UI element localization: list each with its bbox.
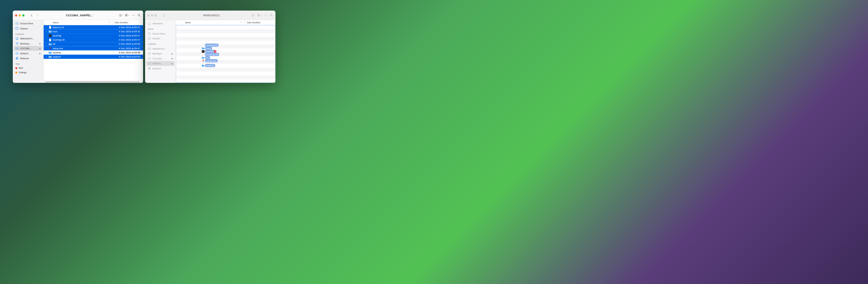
- file-row[interactable]: autorun.inf 4 Dec 2023 at 09:47: [43, 25, 143, 29]
- file-icon: [202, 64, 205, 67]
- sidebar-item-label: Shared: [20, 27, 41, 30]
- back-button[interactable]: [161, 13, 166, 18]
- column-date[interactable]: Date Modified: [245, 20, 275, 25]
- sidebar-item-backups[interactable]: Backups... ⏏: [146, 51, 175, 56]
- sidebar-item-windows11[interactable]: WINDO... ⏏: [14, 51, 42, 56]
- window-title: WINDOWS11: [174, 14, 249, 17]
- forward-button[interactable]: [35, 13, 40, 18]
- sidebar-item-label: WINDO...: [20, 52, 37, 55]
- sidebar-tag-red[interactable]: Red: [14, 66, 42, 70]
- sidebar-item-windows11[interactable]: WINDO... ⏏: [146, 61, 175, 66]
- sidebar-item-icloud-drive[interactable]: iCloud Drive: [146, 31, 175, 36]
- eject-icon[interactable]: ⏏: [39, 42, 41, 45]
- drop-target-area[interactable]: autorun.inf boot >_ bootmg7 bootmgr.efi …: [176, 25, 276, 83]
- count-badge: 7: [214, 50, 217, 53]
- main-content: Name⌃ Date Modified autorun.inf 4 Dec 20…: [43, 20, 143, 83]
- column-date[interactable]: Date Modified: [113, 20, 143, 25]
- nav-buttons: [29, 13, 40, 18]
- more-icon[interactable]: [132, 14, 135, 16]
- tag-dot-icon: [15, 67, 17, 69]
- sidebar-item-label: Backups...: [152, 52, 169, 55]
- clock-icon: [15, 42, 19, 45]
- tag-dot-icon: [15, 72, 17, 74]
- minimize-button[interactable]: [151, 14, 153, 16]
- cloud-icon: [148, 32, 151, 35]
- sidebar-item-cccoma[interactable]: CCCOM... ⏏: [146, 56, 175, 61]
- column-name[interactable]: Name⌃: [176, 20, 245, 25]
- group-icon[interactable]: [257, 14, 262, 17]
- drag-preview-label: support: [205, 64, 216, 67]
- file-row[interactable]: › sources 4 Dec 2023 at 09:50: [43, 51, 143, 55]
- eject-icon[interactable]: ⏏: [39, 52, 41, 54]
- file-icon: >_: [202, 50, 205, 53]
- locations-label: Locations: [145, 42, 176, 46]
- eject-icon[interactable]: ⏏: [171, 57, 173, 59]
- close-button[interactable]: [147, 14, 150, 16]
- disclosure-triangle-icon[interactable]: ›: [45, 56, 48, 58]
- fullscreen-button[interactable]: [22, 14, 25, 16]
- group-icon[interactable]: [125, 14, 130, 17]
- sidebar-item-home[interactable]: oleksandr: [146, 21, 175, 26]
- fullscreen-button[interactable]: [155, 14, 157, 16]
- drag-preview-item: efi: [202, 56, 219, 59]
- sidebar-item-label: Network: [152, 67, 173, 70]
- svg-rect-2: [125, 16, 126, 16]
- sidebar-item-icloud-drive[interactable]: iCloud Drive: [14, 21, 42, 26]
- minimize-button[interactable]: [19, 14, 21, 16]
- disclosure-triangle-icon[interactable]: ›: [45, 52, 48, 53]
- sidebar-item-mac[interactable]: Aleksandr's...: [146, 46, 175, 51]
- empty-list-background: [176, 25, 275, 83]
- sidebar-item-shared[interactable]: Shared: [14, 26, 42, 31]
- sidebar-item-mac[interactable]: Aleksandr's...: [14, 36, 42, 41]
- svg-text:>_: >_: [49, 35, 51, 36]
- disk-icon: [15, 52, 19, 55]
- disclosure-triangle-icon[interactable]: ›: [45, 30, 48, 32]
- disk-icon: [15, 47, 19, 50]
- globe-icon: [148, 67, 151, 70]
- icloud-label: iCloud: [145, 27, 176, 31]
- svg-rect-22: [148, 48, 150, 49]
- sidebar-item-network[interactable]: Network: [146, 66, 175, 71]
- horizontal-scrollbar[interactable]: [43, 81, 143, 83]
- file-row[interactable]: bootmgr.efi 4 Dec 2023 at 09:47: [43, 38, 143, 42]
- back-button[interactable]: [29, 13, 34, 18]
- forward-button[interactable]: [167, 13, 172, 18]
- file-row[interactable]: setup.exe 4 Dec 2023 at 09:47: [43, 46, 143, 50]
- search-icon[interactable]: [137, 14, 141, 17]
- file-row[interactable]: › support 4 Dec 2023 at 09:50: [43, 55, 143, 59]
- column-name[interactable]: Name⌃: [43, 20, 112, 25]
- disclosure-triangle-icon[interactable]: ›: [45, 43, 48, 45]
- column-headers: Name⌃ Date Modified: [43, 20, 143, 25]
- eject-icon[interactable]: ⏏: [171, 62, 173, 65]
- eject-icon[interactable]: ⏏: [171, 53, 173, 55]
- file-icon: [48, 55, 52, 58]
- search-icon[interactable]: [270, 14, 273, 17]
- file-name: bootmgr: [53, 34, 113, 37]
- sidebar-item-shared[interactable]: Shared: [146, 36, 175, 41]
- finder-window-source: CCCOMA_X64FRE... iCloud Drive Shared Loc…: [13, 10, 143, 83]
- file-list[interactable]: autorun.inf 4 Dec 2023 at 09:47 › boot 4…: [43, 25, 143, 81]
- sidebar-item-backups[interactable]: Backups... ⏏: [14, 41, 42, 46]
- view-list-icon[interactable]: [251, 14, 255, 17]
- sidebar-item-label: CCCOM...: [20, 47, 37, 50]
- sidebar-item-cccoma[interactable]: CCCOM... ⏏: [14, 46, 42, 51]
- eject-icon[interactable]: ⏏: [39, 47, 41, 50]
- file-icon: [202, 56, 205, 59]
- svg-point-4: [138, 14, 140, 16]
- file-row[interactable]: › efi 4 Dec 2023 at 09:50: [43, 42, 143, 46]
- file-icon: [202, 44, 205, 47]
- close-button[interactable]: [15, 14, 17, 16]
- folder-shared-icon: [148, 37, 151, 40]
- file-date: 4 Dec 2023 at 09:47: [113, 47, 142, 50]
- file-date: 4 Dec 2023 at 09:47: [113, 38, 142, 41]
- file-icon: [202, 47, 205, 50]
- view-list-icon[interactable]: [119, 14, 123, 17]
- file-date: 4 Dec 2023 at 09:50: [113, 55, 142, 58]
- file-row[interactable]: › boot 4 Dec 2023 at 09:50: [43, 29, 143, 34]
- more-icon[interactable]: [265, 14, 267, 16]
- sidebar: iCloud Drive Shared Locations Aleksandr'…: [13, 20, 43, 83]
- sidebar-tag-orange[interactable]: Orange: [14, 70, 42, 75]
- sidebar-item-network[interactable]: Network: [14, 56, 42, 61]
- file-row[interactable]: >_ bootmgr 4 Dec 2023 at 09:47: [43, 34, 143, 38]
- file-date: 4 Dec 2023 at 09:50: [113, 43, 142, 46]
